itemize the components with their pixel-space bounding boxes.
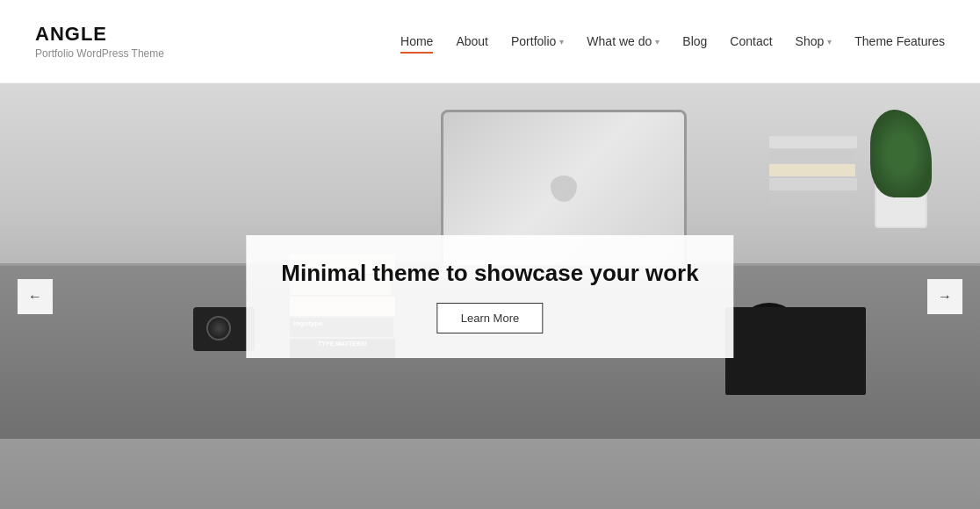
nav-label-home: Home <box>400 34 433 48</box>
logo-title: ANGLE <box>35 23 164 46</box>
plant-leaves <box>870 110 932 197</box>
nav-item-contact[interactable]: Contact <box>730 34 772 48</box>
nav-label-blog: Blog <box>682 34 707 48</box>
chevron-icon-what-we-do: ▾ <box>655 37 659 47</box>
nav-item-what-we-do[interactable]: What we do▾ <box>587 34 659 48</box>
nav-item-portfolio[interactable]: Portfolio▾ <box>511 34 564 48</box>
main-nav: HomeAboutPortfolio▾What we do▾BlogContac… <box>400 34 945 48</box>
nav-label-portfolio: Portfolio <box>511 34 556 48</box>
chevron-icon-portfolio: ▾ <box>559 37 564 47</box>
nav-item-home[interactable]: Home <box>400 34 433 48</box>
nav-item-shop[interactable]: Shop▾ <box>796 34 832 48</box>
hero-next-arrow[interactable]: → <box>927 279 962 314</box>
magazines-stack <box>769 136 857 206</box>
logo-area: ANGLE Portfolio WordPress Theme <box>35 23 164 60</box>
apple-logo <box>551 176 577 202</box>
plant <box>866 110 936 228</box>
nav-item-about[interactable]: About <box>456 34 488 48</box>
nav-item-blog[interactable]: Blog <box>682 34 707 48</box>
nav-label-contact: Contact <box>730 34 772 48</box>
notebook <box>725 307 866 395</box>
nav-label-theme-features: Theme Features <box>854 34 945 48</box>
hero-section: logotype TYPE MATTERS! Minimal theme to … <box>0 83 980 509</box>
logo-subtitle: Portfolio WordPress Theme <box>35 47 164 60</box>
learn-more-button[interactable]: Learn More <box>437 303 543 333</box>
nav-label-about: About <box>456 34 488 48</box>
nav-label-shop: Shop <box>796 34 825 48</box>
hero-title: Minimal theme to showcase your work <box>281 260 698 287</box>
camera-lens <box>206 316 231 341</box>
chevron-icon-shop: ▾ <box>827 37 832 47</box>
header: ANGLE Portfolio WordPress Theme HomeAbou… <box>0 0 980 83</box>
nav-label-what-we-do: What we do <box>587 34 652 48</box>
hero-prev-arrow[interactable]: ← <box>18 279 53 314</box>
nav-item-theme-features[interactable]: Theme Features <box>854 34 945 48</box>
hero-content-overlay: Minimal theme to showcase your work Lear… <box>246 235 733 358</box>
